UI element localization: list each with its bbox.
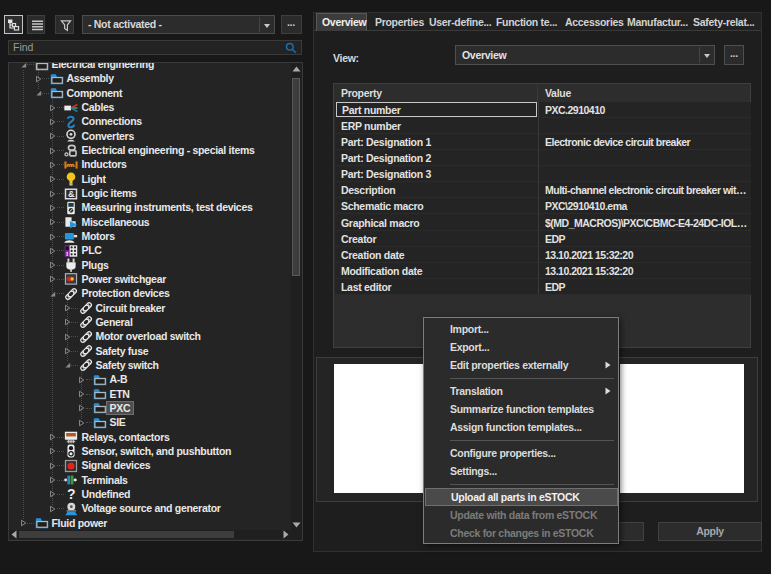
- svg-text:?: ?: [67, 487, 75, 501]
- svg-text:&: &: [68, 189, 75, 199]
